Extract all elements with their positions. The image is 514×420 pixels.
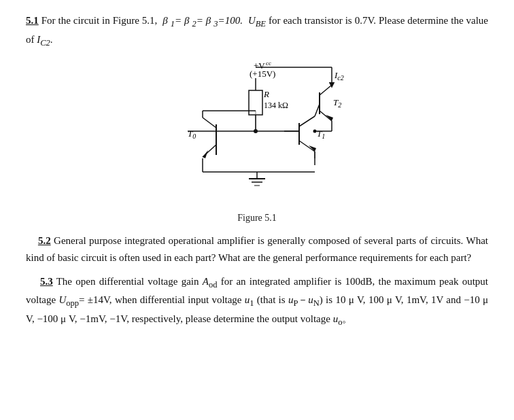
t1-collector-line bbox=[299, 116, 315, 126]
t1-to-t2-base-wire bbox=[315, 104, 320, 116]
problem-5-1-text: 5.1 For the circuit in Figure 5.1, β 1= … bbox=[26, 12, 488, 50]
t1-emitter-line bbox=[299, 141, 315, 152]
t0-label: T0 bbox=[188, 128, 196, 140]
problem-number-5-3: 5.3 bbox=[40, 276, 53, 287]
aod-subscript: od bbox=[209, 280, 218, 290]
uopp-label: U bbox=[58, 294, 66, 305]
vcc-value-label: (+15V) bbox=[250, 69, 275, 79]
ic2-label: IC2 bbox=[37, 34, 50, 45]
t2-collector-line bbox=[320, 85, 332, 95]
figure-5-1-caption: Figure 5.1 bbox=[237, 210, 277, 226]
t2-emitter-line bbox=[320, 111, 332, 121]
uopp-subscript: opp bbox=[66, 298, 79, 308]
un-subscript: N bbox=[313, 298, 320, 308]
circuit-diagram: +V cc (+15V) R 134 kΩ bbox=[148, 56, 366, 206]
problem-number-5-1: 5.1 bbox=[26, 15, 39, 26]
ic2-current-label: Ic2 bbox=[334, 70, 344, 82]
t2-emitter-arrow bbox=[326, 115, 333, 121]
up-subscript: P bbox=[293, 298, 298, 308]
figure-5-1-container: +V cc (+15V) R 134 kΩ bbox=[26, 56, 488, 226]
t1-label: T1 bbox=[317, 128, 325, 140]
r-value-label: 134 kΩ bbox=[264, 101, 288, 110]
un-label: u bbox=[308, 294, 313, 305]
beta-equation: β 1= β 2= β 3=100. bbox=[162, 15, 243, 26]
problem-5-2: 5.2 General purpose integrated operation… bbox=[26, 232, 488, 266]
problem-5-3: 5.3 The open differential voltage gain A… bbox=[26, 273, 488, 330]
t0-emitter-arrow bbox=[203, 150, 208, 158]
u1-subscript: 1 bbox=[250, 298, 254, 308]
t2-label: T2 bbox=[333, 97, 341, 109]
aod-label: A bbox=[203, 276, 209, 287]
t0-collector-line bbox=[203, 118, 216, 128]
junction-dot-t1-t2 bbox=[313, 130, 317, 133]
problem-number-5-2: 5.2 bbox=[38, 235, 51, 246]
problem-5-1: 5.1 For the circuit in Figure 5.1, β 1= … bbox=[26, 12, 488, 226]
ube-label: UBE bbox=[248, 15, 266, 26]
problem-5-3-text: 5.3 The open differential voltage gain A… bbox=[26, 273, 488, 330]
problem-5-2-text: 5.2 General purpose integrated operation… bbox=[26, 232, 488, 266]
uo-subscript: o bbox=[338, 317, 342, 327]
vcc-subscript: cc bbox=[266, 60, 271, 67]
r-label: R bbox=[263, 89, 269, 99]
